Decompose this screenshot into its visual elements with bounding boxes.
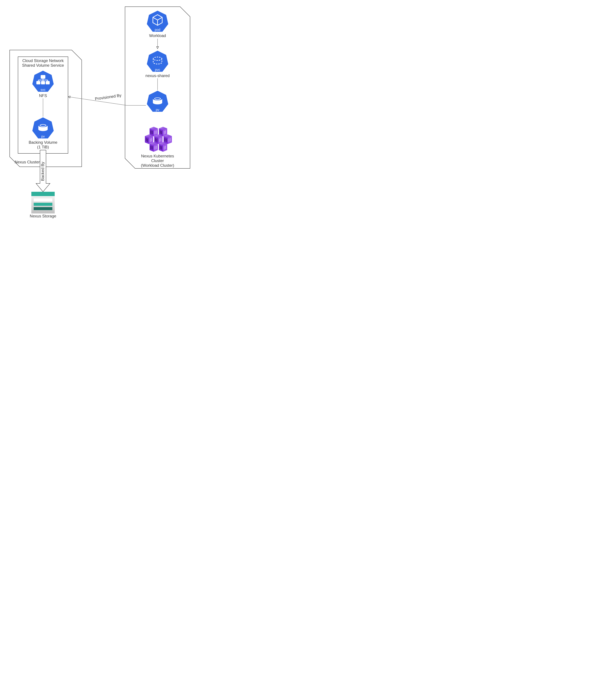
svg-text:Appliance: Appliance: [34, 218, 52, 219]
provisioned-by-link: Provisioned By: [68, 93, 146, 105]
shared-volume-service-box: Cloud Storage Network Shared Volume Serv…: [18, 57, 68, 153]
wc-label-2: Cluster: [151, 158, 164, 163]
svg-rect-14: [37, 81, 40, 84]
pv-tag: pv: [41, 134, 45, 138]
pod-label: Workload: [149, 33, 166, 38]
pod-tag: pod: [155, 28, 160, 31]
storage-appliance-icon: [31, 192, 55, 213]
svg-rect-22: [34, 203, 52, 206]
svg-rect-15: [41, 81, 45, 84]
svc-label: NFS: [39, 93, 47, 98]
svg-rect-20: [31, 192, 55, 196]
wc-label-1: Nexus Kubernetes: [141, 154, 174, 158]
backing-pv-heptagon: pv Backing Volume (1 TiB): [29, 117, 57, 149]
diagram-canvas: Nexus Cluster Cloud Storage Network Shar…: [0, 0, 197, 219]
backed-by-label: Backed By: [40, 162, 45, 181]
workload-pv-tag: pv: [156, 108, 159, 111]
wc-label-3: (Workload Cluster): [141, 163, 174, 168]
pv-label-2: (1 TiB): [37, 145, 49, 149]
pv-label-1: Backing Volume: [29, 140, 57, 145]
svg-rect-21: [34, 198, 52, 201]
workload-pv-heptagon: pv: [147, 91, 168, 112]
backed-by-arrow: Backed By: [36, 150, 50, 192]
nexus-cluster-container: Nexus Cluster: [10, 50, 82, 167]
svg-text:Nexus Storage: Nexus Storage: [30, 214, 56, 218]
svg-rect-16: [46, 81, 49, 84]
svg-rect-8: [41, 76, 45, 78]
svg-rect-23: [34, 207, 52, 210]
pvc-heptagon: pvc nexus-shared: [146, 51, 170, 78]
pvc-tag: pvc: [155, 68, 160, 71]
svc-heptagon: svc NFS: [32, 71, 54, 98]
svc-box-title-1: Cloud Storage Network: [22, 58, 64, 63]
pvc-label: nexus-shared: [146, 73, 170, 78]
nexus-cluster-label: Nexus Cluster: [15, 160, 40, 164]
svc-tag: svc: [41, 88, 45, 91]
pod-heptagon: pod Workload: [147, 11, 168, 38]
svc-box-title-2: Shared Volume Service: [22, 63, 64, 67]
appliance-caption: Nexus Storage Appliance: [25, 214, 61, 219]
node-cube-cluster: [145, 127, 172, 152]
provisioned-by-label: Provisioned By: [95, 93, 122, 101]
